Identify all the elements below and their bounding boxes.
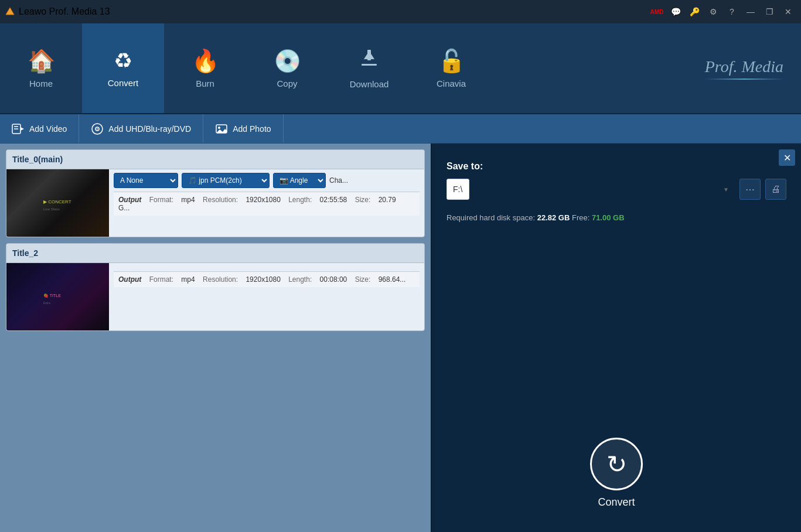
nav-burn-label: Burn [196,79,214,88]
svg-point-10 [97,128,98,129]
add-uhd-icon [91,122,104,135]
svg-text:Extra: Extra [43,301,50,305]
nav-copy-label: Copy [277,79,297,88]
size-val-2: 968.64... [379,275,406,284]
key-btn[interactable]: 🔑 [686,4,703,20]
more-options-button[interactable]: ⋯ [739,179,761,200]
app-logo-icon [5,6,15,17]
add-photo-label: Add Photo [233,124,271,134]
svg-text:🍓 TITLE: 🍓 TITLE [43,293,61,298]
output-row-2: Output Format: mp4 Resolution: 1920x1080… [114,271,420,287]
disk-prefix: Required hard disk space: [446,213,535,222]
video-header-2: Title_2 [6,244,424,263]
svg-text:▶ CONCERT: ▶ CONCERT [43,199,71,204]
titlebar-left: Leawo Prof. Media 13 [5,6,110,17]
subtitle-select-0[interactable]: A None [114,173,178,188]
save-to-label: Save to: [446,161,786,172]
top-nav: 🏠 Home ♻ Convert 🔥 Burn 💿 Copy Download … [0,23,801,114]
amd-icon-btn[interactable]: AMD [649,4,665,20]
add-video-button[interactable]: Add Video [0,114,79,143]
home-icon: 🏠 [28,48,55,74]
thumb-content-2: 🍓 TITLE Extra [40,285,76,309]
print-settings-button[interactable]: 🖨 [765,179,786,200]
audio-select-0[interactable]: 🎵 jpn PCM(2ch) [182,173,270,188]
chapter-label-0: Cha... [329,176,348,185]
svg-rect-3 [367,50,371,60]
nav-burn[interactable]: 🔥 Burn [164,23,246,113]
save-to-section: Save to: F:\ ⋯ 🖨 [432,144,801,209]
video-item-title0: Title_0(main) ▶ CONCERT Live Show A None [6,149,425,237]
size-key-0: Size: [355,196,371,204]
video-controls-2: Output Format: mp4 Resolution: 1920x1080… [109,263,424,330]
add-uhd-button[interactable]: Add UHD/Blu-ray/DVD [79,114,203,143]
thumb-placeholder-2: 🍓 TITLE Extra [6,263,109,330]
add-photo-button[interactable]: Add Photo [203,114,283,143]
nav-copy[interactable]: 💿 Copy [246,23,328,113]
nav-cinavia[interactable]: 🔓 Cinavia [410,23,492,113]
size-key-2: Size: [355,275,371,284]
res-key-2: Resolution: [203,275,238,284]
res-key-0: Resolution: [203,196,238,204]
branding-text: Prof. Media [705,57,783,76]
thumb-content-0: ▶ CONCERT Live Show [40,192,76,215]
svg-marker-5 [21,127,24,131]
message-btn[interactable]: 💬 [667,4,684,20]
add-uhd-label: Add UHD/Blu-ray/DVD [108,124,191,134]
format-val-0: mp4 [181,196,195,204]
video-item-title2: Title_2 🍓 TITLE Extra Output Format: [6,243,425,331]
format-val-2: mp4 [181,275,195,284]
cinavia-icon: 🔓 [438,48,465,74]
svg-text:Live Show: Live Show [43,207,60,211]
app-title: Leawo Prof. Media 13 [19,6,110,17]
len-key-2: Length: [288,275,312,284]
print-icon: 🖨 [771,184,780,195]
help-btn[interactable]: ? [724,4,740,20]
branding: Prof. Media [705,57,783,80]
titlebar-controls: AMD 💬 🔑 ⚙ ? — ❐ ✕ [649,4,796,20]
settings-btn[interactable]: ⚙ [705,4,721,20]
nav-cinavia-label: Cinavia [437,79,466,88]
burn-icon: 🔥 [192,48,219,74]
video-body-0: ▶ CONCERT Live Show A None 🎵 jpn PCM(2ch… [6,169,424,237]
convert-button[interactable]: ↻ Convert [590,438,643,509]
video-controls-0: A None 🎵 jpn PCM(2ch) 📷 Angle Cha... Out… [109,169,424,237]
thumb-placeholder-0: ▶ CONCERT Live Show [6,169,109,237]
video-thumb-2: 🍓 TITLE Extra [6,263,109,330]
len-val-2: 00:08:00 [320,275,347,284]
video-body-2: 🍓 TITLE Extra Output Format: mp4 Resolut… [6,263,424,330]
add-video-label: Add Video [29,124,67,134]
path-select[interactable]: F:\ [446,179,469,200]
nav-home-label: Home [29,79,53,88]
minimize-btn[interactable]: — [742,4,759,20]
svg-marker-13 [216,129,227,133]
download-icon [358,47,380,74]
svg-marker-0 [6,8,14,15]
res-val-2: 1920x1080 [246,275,280,284]
len-val-0: 02:55:58 [320,196,347,204]
right-panel: ✕ Save to: F:\ ⋯ 🖨 Required hard disk sp… [431,144,801,532]
svg-rect-1 [362,64,377,66]
nav-home[interactable]: 🏠 Home [0,23,82,113]
close-btn[interactable]: ✕ [780,4,796,20]
video-title-2: Title_2 [12,248,38,258]
copy-icon: 💿 [274,48,301,74]
nav-download[interactable]: Download [328,23,410,113]
panel-close-button[interactable]: ✕ [779,149,795,166]
convert-circle-icon: ↻ [606,450,627,479]
disk-free: 71.00 GB [592,213,625,222]
convert-section: ↻ Convert [432,227,801,532]
save-to-row: F:\ ⋯ 🖨 [446,179,786,200]
output-label-0: Output [118,196,141,204]
more-icon: ⋯ [745,184,755,195]
angle-select-0[interactable]: 📷 Angle [273,173,326,188]
add-photo-icon [215,122,228,135]
video-header-0: Title_0(main) [6,150,424,169]
add-video-icon [12,122,25,135]
svg-point-12 [218,127,220,129]
restore-btn[interactable]: ❐ [761,4,778,20]
toolbar: Add Video Add UHD/Blu-ray/DVD Add Photo [0,114,801,144]
nav-convert[interactable]: ♻ Convert [82,23,164,113]
disk-free-label: Free: [572,213,592,222]
video-title-0: Title_0(main) [12,155,63,164]
output-label-2: Output [118,275,141,284]
